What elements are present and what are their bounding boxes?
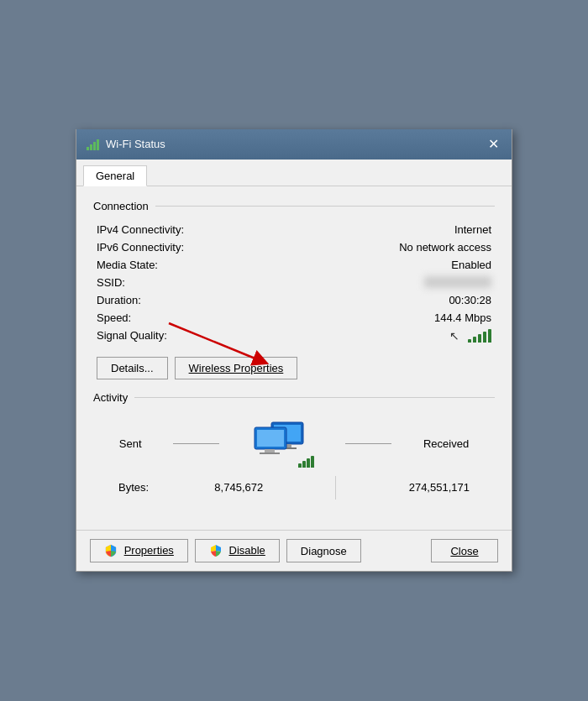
ipv4-value: Internet (228, 221, 495, 238)
table-row: IPv4 Connectivity: Internet (93, 221, 495, 238)
ssid-label: SSID: (93, 274, 228, 291)
title-bar: Wi-Fi Status ✕ (76, 129, 512, 160)
activity-signal-bars (298, 456, 314, 468)
cursor-icon: ↖ (449, 329, 459, 343)
wireless-properties-label: Wireless Properties (189, 362, 284, 374)
ipv4-label: IPv4 Connectivity: (93, 221, 228, 238)
ssid-blurred (424, 276, 491, 288)
network-icon (251, 419, 314, 469)
svg-rect-8 (260, 453, 280, 454)
table-row: Media State: Enabled (93, 256, 495, 274)
media-state-value: Enabled (228, 256, 495, 274)
disable-label: Disable (229, 544, 265, 557)
sent-line (173, 443, 219, 444)
connection-info-table: IPv4 Connectivity: Internet IPv6 Connect… (93, 221, 495, 345)
sent-label: Sent (119, 437, 142, 450)
shield-icon (104, 544, 118, 557)
activity-top: Sent (93, 412, 495, 473)
dialog-title: Wi-Fi Status (106, 138, 165, 150)
received-label: Received (423, 437, 469, 450)
duration-value: 00:30:28 (228, 291, 495, 309)
tab-bar: General (76, 160, 512, 186)
signal-label: Signal Quality: (93, 327, 228, 345)
signal-bar-3 (478, 334, 481, 343)
shield-icon-2 (209, 544, 223, 557)
properties-label: Properties (124, 544, 174, 557)
svg-rect-6 (257, 430, 284, 447)
connection-section-header: Connection (93, 200, 495, 212)
signal-bars (468, 329, 491, 343)
bytes-label: Bytes: (118, 481, 149, 494)
activity-section-header: Activity (93, 391, 495, 404)
table-row: SSID: (93, 274, 495, 291)
close-label: Close (450, 545, 478, 557)
signal-value: ↖ (228, 327, 495, 345)
speed-label: Speed: (93, 309, 228, 327)
connection-title: Connection (93, 200, 149, 212)
sent-bytes-value: 8,745,672 (214, 481, 263, 494)
ssid-value (228, 274, 495, 291)
received-bytes-value: 274,551,171 (409, 481, 470, 494)
received-line (345, 443, 391, 444)
properties-button[interactable]: Properties (90, 539, 188, 563)
connection-buttons-container: Details... Wireless Properties (93, 357, 495, 379)
dialog-content: Connection IPv4 Connectivity: Internet I… (76, 186, 512, 530)
bottom-buttons-bar: Properties Disable Diagnose Close (76, 530, 512, 572)
diagnose-label: Diagnose (301, 545, 347, 557)
diagnose-button[interactable]: Diagnose (286, 539, 361, 563)
table-row: Duration: 00:30:28 (93, 291, 495, 309)
close-title-button[interactable]: ✕ (485, 136, 501, 153)
tab-general[interactable]: General (83, 165, 147, 186)
connection-divider (155, 206, 495, 207)
table-row: Speed: 144.4 Mbps (93, 309, 495, 327)
connection-buttons-row: Details... Wireless Properties (93, 357, 495, 379)
wifi-status-icon (87, 139, 99, 150)
close-button[interactable]: Close (431, 539, 498, 563)
activity-bytes-row: Bytes: 8,745,672 274,551,171 (93, 473, 495, 503)
signal-bar-4 (483, 332, 486, 343)
signal-bar-5 (488, 329, 491, 343)
details-button[interactable]: Details... (97, 357, 168, 379)
activity-section: Activity Sent (93, 391, 495, 503)
ipv6-value: No network access (228, 238, 495, 256)
speed-value: 144.4 Mbps (228, 309, 495, 327)
signal-bar-1 (468, 339, 471, 343)
wireless-properties-button[interactable]: Wireless Properties (175, 357, 298, 379)
media-state-label: Media State: (93, 256, 228, 274)
activity-title: Activity (93, 391, 128, 404)
svg-rect-7 (265, 449, 275, 453)
duration-label: Duration: (93, 291, 228, 309)
bytes-divider (335, 476, 336, 500)
disable-button[interactable]: Disable (195, 539, 280, 563)
ipv6-label: IPv6 Connectivity: (93, 238, 228, 256)
table-row: IPv6 Connectivity: No network access (93, 238, 495, 256)
wifi-status-dialog: Wi-Fi Status ✕ General Connection IPv4 C… (76, 129, 512, 573)
front-computer-icon (253, 426, 291, 459)
signal-bar-2 (473, 337, 476, 343)
table-row: Signal Quality: ↖ (93, 327, 495, 345)
activity-divider (134, 397, 495, 398)
title-bar-left: Wi-Fi Status (87, 138, 165, 150)
